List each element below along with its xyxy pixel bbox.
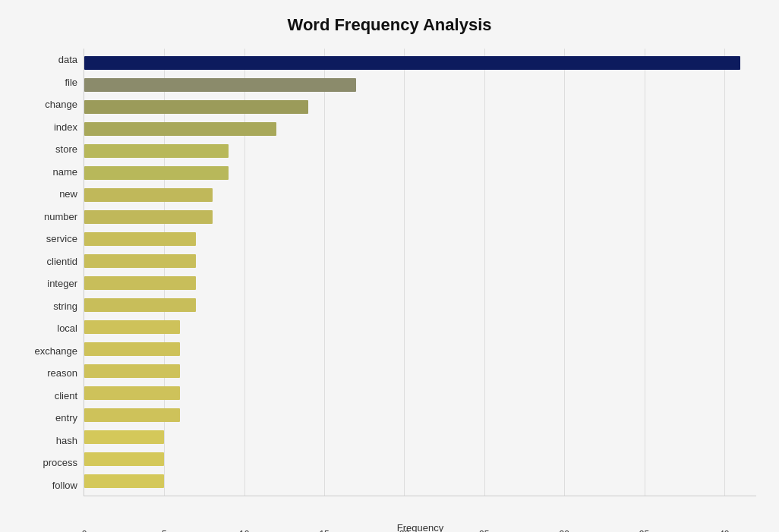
y-label: service xyxy=(46,229,77,249)
y-axis: datafilechangeindexstorenamenewnumberser… xyxy=(23,49,84,496)
bar xyxy=(84,298,196,312)
bar xyxy=(84,56,740,70)
bar xyxy=(84,452,164,466)
y-label: data xyxy=(58,50,77,70)
bar-row xyxy=(84,319,756,335)
bar-row xyxy=(84,297,756,313)
y-label: entry xyxy=(55,408,77,428)
bar-row xyxy=(84,209,756,225)
bar-row xyxy=(84,429,756,445)
bar-row xyxy=(84,363,756,379)
bar-row xyxy=(84,253,756,269)
bar xyxy=(84,100,308,114)
y-label: name xyxy=(52,162,77,181)
bar-row xyxy=(84,231,756,247)
chart-container: Word Frequency Analysis datafilechangein… xyxy=(0,0,779,532)
bar-row xyxy=(84,165,756,181)
bar xyxy=(84,78,356,92)
y-label: index xyxy=(54,117,77,137)
bar xyxy=(84,430,164,444)
y-label: string xyxy=(53,296,77,316)
bar xyxy=(84,232,196,246)
y-label: store xyxy=(55,140,77,159)
chart-area: datafilechangeindexstorenamenewnumberser… xyxy=(23,49,756,496)
bar xyxy=(84,188,213,202)
bar-row xyxy=(84,275,756,291)
bar xyxy=(84,364,180,378)
bar-row xyxy=(84,77,756,93)
bar xyxy=(84,342,180,356)
y-label: new xyxy=(59,184,77,204)
y-label: exchange xyxy=(35,341,77,360)
bar-row xyxy=(84,55,756,71)
bar xyxy=(84,210,213,224)
bar-row xyxy=(84,341,756,357)
bar xyxy=(84,144,229,158)
bar-row xyxy=(84,143,756,159)
x-axis-title: Frequency xyxy=(84,522,756,532)
y-label: hash xyxy=(56,430,77,450)
bar xyxy=(84,320,180,334)
chart-title: Word Frequency Analysis xyxy=(23,15,756,35)
bar xyxy=(84,254,196,268)
y-label: local xyxy=(57,319,77,338)
y-label: change xyxy=(45,95,77,115)
bar-row xyxy=(84,187,756,203)
bar-row xyxy=(84,385,756,401)
y-label: reason xyxy=(47,364,77,383)
y-label: follow xyxy=(52,475,77,495)
plot-area: 0510152025303540 Frequency xyxy=(84,49,756,496)
bar-row xyxy=(84,99,756,115)
bar xyxy=(84,122,276,136)
bars-container xyxy=(84,49,756,496)
bar xyxy=(84,386,180,400)
bar-row xyxy=(84,473,756,490)
y-label: process xyxy=(43,453,77,473)
y-label: client xyxy=(55,386,77,405)
bar-row xyxy=(84,451,756,467)
bar-row xyxy=(84,121,756,137)
bar xyxy=(84,408,180,422)
y-label: integer xyxy=(47,274,77,294)
bar-row xyxy=(84,407,756,423)
bar xyxy=(84,166,229,180)
y-label: clientid xyxy=(47,251,77,271)
y-label: number xyxy=(44,206,77,226)
y-label: file xyxy=(65,72,77,92)
bar xyxy=(84,276,196,290)
bar xyxy=(84,474,164,488)
